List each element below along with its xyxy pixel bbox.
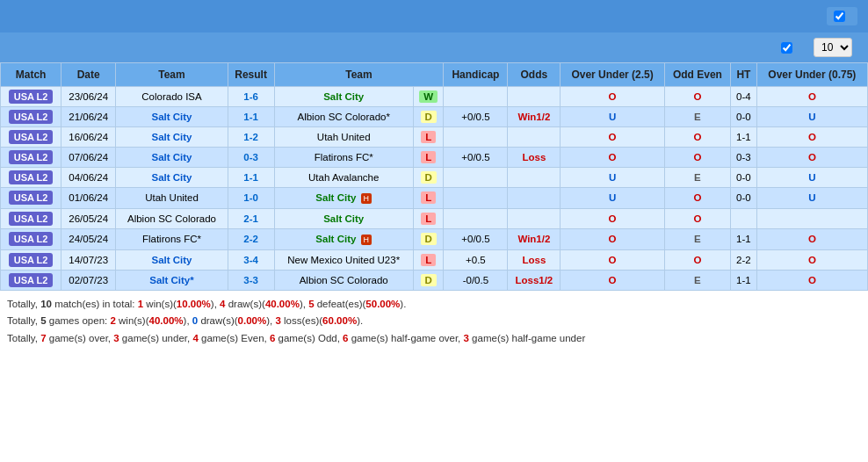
home-icon: H <box>361 235 373 245</box>
footer-line1: Totally, 10 match(es) in total: 1 win(s)… <box>7 296 861 314</box>
display-notes-toggle[interactable] <box>827 7 857 25</box>
col-team1: Team <box>116 63 228 87</box>
team2-cell[interactable]: Utah United <box>274 127 413 148</box>
handicap-cell <box>444 87 508 107</box>
odds-cell <box>508 168 561 188</box>
handicap-cell: +0/0.5 <box>444 107 508 127</box>
date-cell: 07/06/24 <box>61 148 116 168</box>
ou075-cell: U <box>756 188 867 209</box>
result-cell[interactable]: 2-1 <box>228 208 274 228</box>
odd-even-cell: E <box>664 107 730 127</box>
col-ou075: Over Under (0.75) <box>756 63 867 87</box>
col-result: Result <box>228 63 274 87</box>
handicap-cell <box>444 208 508 228</box>
result-cell[interactable]: 1-1 <box>228 168 274 188</box>
date-cell: 24/05/24 <box>61 228 116 249</box>
col-ht: HT <box>731 63 757 87</box>
col-date: Date <box>61 63 116 87</box>
col-ou25: Over Under (2.5) <box>561 63 664 87</box>
match-badge: USA L2 <box>9 130 54 144</box>
odd-even-cell: E <box>664 228 730 249</box>
outcome-cell: D <box>413 228 444 249</box>
match-badge: USA L2 <box>9 110 54 124</box>
match-badge: USA L2 <box>9 191 54 205</box>
ou25-cell: O <box>561 208 664 228</box>
match-cell: USA L2 <box>1 127 61 148</box>
team1-cell[interactable]: Utah United <box>116 188 228 209</box>
ou075-cell: O <box>756 270 867 290</box>
outcome-cell: W <box>413 87 444 107</box>
date-cell: 04/06/24 <box>61 168 116 188</box>
team1-cell[interactable]: Salt City <box>116 168 228 188</box>
ou075-cell: O <box>756 249 867 270</box>
display-notes-checkbox[interactable] <box>834 11 845 22</box>
team1-cell[interactable]: Salt City <box>116 148 228 168</box>
ht-cell: 1-1 <box>731 127 757 148</box>
date-cell: 21/06/24 <box>61 107 116 127</box>
ou075-cell: O <box>756 148 867 168</box>
date-cell: 02/07/23 <box>61 270 116 290</box>
col-match: Match <box>1 63 61 87</box>
match-badge: USA L2 <box>9 170 54 184</box>
team2-cell[interactable]: Salt City <box>274 208 413 228</box>
result-cell[interactable]: 0-3 <box>228 148 274 168</box>
team2-cell[interactable]: Albion SC Colorado* <box>274 107 413 127</box>
ou25-cell: O <box>561 270 664 290</box>
team1-cell[interactable]: Flatirons FC* <box>116 228 228 249</box>
result-cell[interactable]: 2-2 <box>228 228 274 249</box>
table-row: USA L224/05/24Flatirons FC*2-2Salt City … <box>1 228 868 249</box>
home-icon: H <box>361 193 373 204</box>
team2-cell[interactable]: Salt City <box>274 87 413 107</box>
date-cell: 26/05/24 <box>61 208 116 228</box>
col-handicap: Handicap <box>444 63 508 87</box>
team1-cell[interactable]: Salt City <box>116 107 228 127</box>
result-cell[interactable]: 1-6 <box>228 87 274 107</box>
odds-cell <box>508 127 561 148</box>
handicap-cell: +0/0.5 <box>444 228 508 249</box>
result-cell[interactable]: 1-1 <box>228 107 274 127</box>
match-cell: USA L2 <box>1 208 61 228</box>
footer-line3: Totally, 7 game(s) over, 3 game(s) under… <box>7 330 861 348</box>
col-odds: Odds <box>508 63 561 87</box>
table-row: USA L202/07/23Salt City*3-3Albion SC Col… <box>1 270 868 290</box>
result-cell[interactable]: 1-0 <box>228 188 274 209</box>
table-row: USA L207/06/24Salt City0-3Flatirons FC*L… <box>1 148 868 168</box>
ou075-cell <box>756 208 867 228</box>
odd-even-cell: O <box>664 127 730 148</box>
match-badge: USA L2 <box>9 253 54 267</box>
result-cell[interactable]: 1-2 <box>228 127 274 148</box>
ht-cell: 2-2 <box>731 249 757 270</box>
odd-even-cell: O <box>664 249 730 270</box>
ht-cell <box>731 208 757 228</box>
team2-cell[interactable]: Salt City H <box>274 228 413 249</box>
footer: Totally, 10 match(es) in total: 1 win(s)… <box>0 291 868 353</box>
team1-cell[interactable]: Salt City <box>116 249 228 270</box>
odd-even-cell: O <box>664 208 730 228</box>
odd-even-cell: O <box>664 188 730 209</box>
outcome-cell: L <box>413 249 444 270</box>
table-row: USA L214/07/23Salt City3-4New Mexico Uni… <box>1 249 868 270</box>
team1-cell[interactable]: Colorado ISA <box>116 87 228 107</box>
team2-cell[interactable]: Utah Avalanche <box>274 168 413 188</box>
result-cell[interactable]: 3-3 <box>228 270 274 290</box>
team2-cell[interactable]: Salt City H <box>274 188 413 209</box>
ou075-cell: U <box>756 107 867 127</box>
table-row: USA L204/06/24Salt City1-1Utah Avalanche… <box>1 168 868 188</box>
match-badge: USA L2 <box>9 90 54 104</box>
match-cell: USA L2 <box>1 148 61 168</box>
team2-cell[interactable]: Albion SC Colorado <box>274 270 413 290</box>
handicap-cell: +0.5 <box>444 249 508 270</box>
league-checkbox[interactable] <box>781 42 792 54</box>
result-cell[interactable]: 3-4 <box>228 249 274 270</box>
team1-cell[interactable]: Albion SC Colorado <box>116 208 228 228</box>
handicap-cell <box>444 127 508 148</box>
last-games-select[interactable]: 10 20 30 <box>814 38 852 57</box>
match-cell: USA L2 <box>1 107 61 127</box>
team2-cell[interactable]: New Mexico United U23* <box>274 249 413 270</box>
team2-cell[interactable]: Flatirons FC* <box>274 148 413 168</box>
ou075-cell: O <box>756 87 867 107</box>
table-row: USA L226/05/24Albion SC Colorado2-1Salt … <box>1 208 868 228</box>
table-row: USA L216/06/24Salt City1-2Utah UnitedLOO… <box>1 127 868 148</box>
team1-cell[interactable]: Salt City* <box>116 270 228 290</box>
team1-cell[interactable]: Salt City <box>116 127 228 148</box>
